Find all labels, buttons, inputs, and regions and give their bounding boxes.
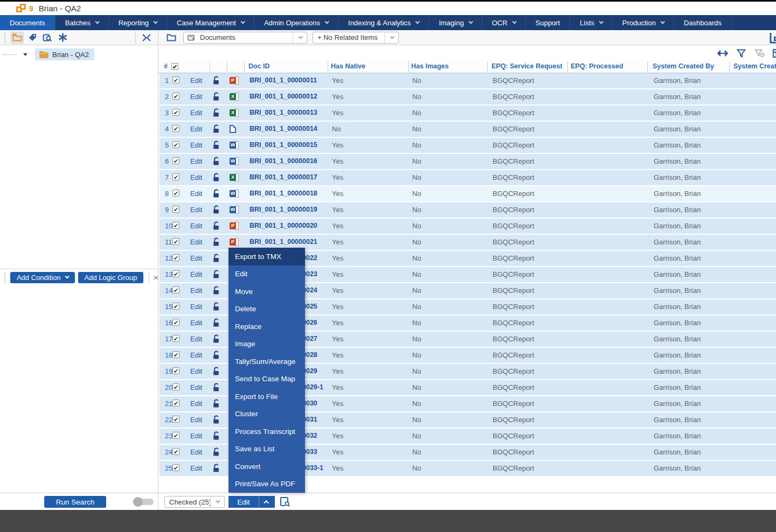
row-edit-link[interactable]: Edit <box>190 238 202 246</box>
row-checkbox[interactable]: ✔ <box>172 173 179 180</box>
drag-handle[interactable] <box>4 273 6 283</box>
lock-open-icon[interactable] <box>212 124 221 134</box>
lock-open-icon[interactable] <box>212 334 221 344</box>
lock-open-icon[interactable] <box>212 156 221 166</box>
checked-dropdown-button[interactable] <box>210 496 224 507</box>
lock-open-icon[interactable] <box>212 447 221 457</box>
nav-tab-imaging[interactable]: Imaging <box>429 15 482 30</box>
lock-open-icon[interactable] <box>212 221 221 230</box>
checked-select[interactable]: Checked (25) <box>164 496 225 508</box>
row-edit-link[interactable]: Edit <box>190 173 202 181</box>
doc-id-link[interactable]: BRI_001_1_00000017 <box>250 173 317 181</box>
nav-tab-support[interactable]: Support <box>526 15 571 30</box>
context-menu-item-send-to-case-map[interactable]: Send to Case Map <box>228 370 305 388</box>
row-checkbox[interactable]: ✔ <box>172 416 179 423</box>
lock-open-icon[interactable] <box>212 237 221 247</box>
row-edit-link[interactable]: Edit <box>190 448 202 456</box>
related-items-select[interactable]: + No Related Items <box>313 32 399 44</box>
lock-open-icon[interactable] <box>212 398 221 408</box>
add-logic-group-button[interactable]: Add Logic Group <box>78 272 144 283</box>
nav-tab-lists[interactable]: Lists <box>570 15 613 30</box>
related-dropdown-button[interactable] <box>384 32 398 43</box>
doc-id-link[interactable]: BRI_001_1_00000020 <box>250 222 317 229</box>
nav-tab-dashboards[interactable]: Dashboards <box>674 15 732 30</box>
row-edit-link[interactable]: Edit <box>190 367 202 375</box>
row-checkbox[interactable]: ✔ <box>172 464 179 471</box>
lock-open-icon[interactable] <box>212 415 221 424</box>
view-query-button[interactable] <box>280 496 290 509</box>
row-checkbox[interactable]: ✔ <box>172 303 179 310</box>
drag-handle[interactable] <box>4 33 6 43</box>
nav-tab-production[interactable]: Production <box>613 15 674 30</box>
filter-button[interactable] <box>735 47 747 59</box>
nav-tab-batches[interactable]: Batches <box>56 15 109 30</box>
tree-expand-caret[interactable] <box>23 53 27 56</box>
row-checkbox[interactable]: ✔ <box>172 93 179 100</box>
row-edit-link[interactable]: Edit <box>190 125 202 133</box>
row-edit-link[interactable]: Edit <box>190 157 202 165</box>
row-checkbox[interactable]: ✔ <box>172 109 179 116</box>
search-scope-select[interactable]: Documents <box>183 32 307 44</box>
lock-open-icon[interactable] <box>212 302 221 311</box>
scope-dropdown-button[interactable] <box>293 32 307 43</box>
select-all-checkbox[interactable]: ✔ <box>171 63 178 70</box>
nav-tab-documents[interactable]: Documents <box>0 15 56 30</box>
clear-filter-button[interactable] <box>753 47 766 59</box>
row-checkbox[interactable]: ✔ <box>172 448 179 455</box>
lock-open-icon[interactable] <box>212 350 221 360</box>
nav-tab-admin-operations[interactable]: Admin Operations <box>254 15 338 30</box>
lock-open-icon[interactable] <box>212 318 221 327</box>
row-checkbox[interactable]: ✔ <box>172 190 179 197</box>
context-menu-item-tally-sum-average[interactable]: Tally/Sum/Average <box>228 353 305 370</box>
doc-id-link[interactable]: BRI_001_1_00000018 <box>250 190 317 197</box>
row-edit-link[interactable]: Edit <box>190 400 202 408</box>
row-checkbox[interactable]: ✔ <box>172 270 179 277</box>
resize-columns-button[interactable] <box>716 47 729 59</box>
context-menu-item-process-transcript[interactable]: Process Transcript <box>228 423 305 440</box>
doc-id-link[interactable]: BRI_001_1_00000012 <box>250 93 317 100</box>
column-header-[interactable]: # <box>164 62 168 70</box>
row-edit-link[interactable]: Edit <box>190 286 202 295</box>
row-checkbox[interactable]: ✔ <box>172 367 179 374</box>
row-edit-link[interactable]: Edit <box>190 383 202 391</box>
context-menu-item-cluster[interactable]: Cluster <box>228 405 305 423</box>
doc-id-link[interactable]: BRI_001_1_00000014 <box>250 125 317 132</box>
column-header-system-created[interactable]: System Created <box>733 62 776 70</box>
export-panel-icon[interactable] <box>770 32 776 46</box>
row-edit-link[interactable]: Edit <box>190 190 202 198</box>
auto-search-toggle[interactable] <box>133 499 154 505</box>
lock-open-icon[interactable] <box>212 172 221 182</box>
row-edit-link[interactable]: Edit <box>190 319 202 327</box>
row-edit-link[interactable]: Edit <box>190 416 202 424</box>
lock-open-icon[interactable] <box>212 431 221 440</box>
row-checkbox[interactable]: ✔ <box>172 383 179 390</box>
row-edit-link[interactable]: Edit <box>190 254 202 262</box>
row-edit-link[interactable]: Edit <box>190 432 202 440</box>
row-checkbox[interactable]: ✔ <box>172 125 179 132</box>
lock-open-icon[interactable] <box>212 382 221 392</box>
row-checkbox[interactable]: ✔ <box>172 351 179 358</box>
lock-open-icon[interactable] <box>212 366 221 376</box>
tags-button[interactable] <box>26 32 39 44</box>
nav-tab-reporting[interactable]: Reporting <box>109 15 167 30</box>
lock-open-icon[interactable] <box>212 108 221 117</box>
doc-id-link[interactable]: BRI_001_1_00000013 <box>250 109 317 116</box>
run-search-button[interactable]: Run Search <box>44 496 106 508</box>
row-checkbox[interactable]: ✔ <box>172 206 179 213</box>
column-header-epq-processed[interactable]: EPQ: Processed <box>571 62 623 70</box>
row-checkbox[interactable]: ✔ <box>172 254 179 261</box>
search-results-button[interactable] <box>41 32 54 44</box>
doc-id-link[interactable]: BRI_001_1_00000015 <box>250 141 317 149</box>
row-checkbox[interactable]: ✔ <box>172 76 179 83</box>
column-layout-button[interactable] <box>771 47 776 59</box>
add-condition-button[interactable]: Add Condition <box>10 272 75 283</box>
folders-button[interactable] <box>11 32 24 44</box>
nav-tab-case-management[interactable]: Case Management <box>167 15 254 30</box>
lock-open-icon[interactable] <box>212 188 221 198</box>
context-menu-item-replace[interactable]: Replace <box>228 318 305 335</box>
doc-id-link[interactable]: BRI_001_1_00000011 <box>250 76 317 84</box>
context-menu-item-export-to-file[interactable]: Export to File <box>228 388 305 405</box>
row-edit-link[interactable]: Edit <box>190 335 202 343</box>
edit-menu-toggle-button[interactable] <box>259 496 275 508</box>
row-edit-link[interactable]: Edit <box>190 76 202 85</box>
